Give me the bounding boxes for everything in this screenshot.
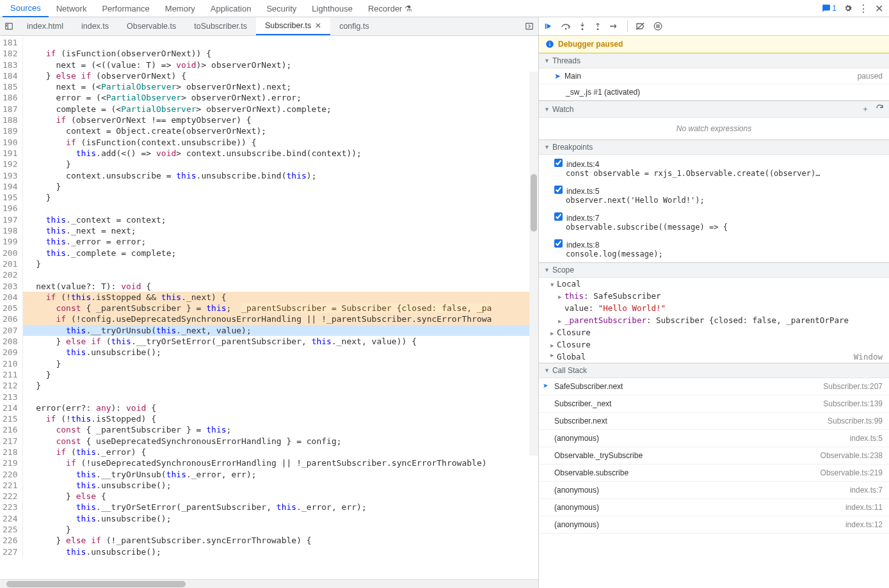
code-line[interactable]: }: [23, 192, 538, 203]
code-line[interactable]: error = (<PartialObserver> observerOrNex…: [23, 92, 538, 103]
code-lines[interactable]: if (isFunction(observerOrNext)) { next =…: [23, 36, 538, 559]
code-line[interactable]: context.unsubscribe = this.unsubscribe.b…: [23, 170, 538, 181]
scope-header[interactable]: ▼ Scope: [539, 262, 889, 278]
scrollbar-thumb[interactable]: [531, 174, 537, 232]
step-over-button[interactable]: [561, 22, 571, 31]
code-line[interactable]: } else {: [23, 491, 538, 502]
breakpoint-checkbox[interactable]: [554, 212, 563, 221]
code-line[interactable]: this.__tryOrSetError(_parentSubscriber, …: [23, 502, 538, 513]
threads-header[interactable]: ▼ Threads: [539, 53, 889, 68]
feedback-button[interactable]: 1: [818, 4, 840, 13]
step-button[interactable]: [609, 22, 620, 31]
scope-global-toggle[interactable]: ▶GlobalWindow: [539, 351, 889, 363]
code-line[interactable]: } else if (this.__tryOrSetError(_parentS…: [23, 336, 538, 347]
code-line[interactable]: [23, 392, 538, 402]
code-line[interactable]: }: [23, 258, 538, 269]
panel-tab-recorder[interactable]: Recorder ⚗: [360, 1, 420, 17]
breakpoint-item[interactable]: index.ts:7observable.subscribe((message)…: [539, 209, 889, 235]
file-tab[interactable]: Observable.ts: [118, 17, 185, 35]
breakpoint-checkbox[interactable]: [554, 186, 563, 194]
scope-var-value[interactable]: value: "Hello World!": [539, 302, 889, 314]
panel-tab-sources[interactable]: Sources: [3, 0, 49, 17]
panel-tab-security[interactable]: Security: [259, 1, 304, 17]
refresh-watch-button[interactable]: [876, 104, 884, 115]
scope-var-this[interactable]: ▶this: SafeSubscriber: [539, 290, 889, 302]
code-line[interactable]: [23, 269, 538, 280]
code-line[interactable]: if (isFunction(observerOrNext)) {: [23, 48, 538, 59]
code-line[interactable]: this.__tryOrUnsub(this._next, value);: [23, 325, 538, 336]
panel-tab-memory[interactable]: Memory: [157, 1, 203, 17]
panel-tab-network[interactable]: Network: [49, 1, 95, 17]
code-line[interactable]: if (observerOrNext !== emptyObserver) {: [23, 115, 538, 125]
code-line[interactable]: this._error = error;: [23, 236, 538, 247]
code-line[interactable]: context = Object.create(observerOrNext);: [23, 125, 538, 136]
navigator-toggle-button[interactable]: [0, 22, 18, 31]
watch-header[interactable]: ▼ Watch ＋: [539, 100, 889, 118]
more-button[interactable]: ⋮: [856, 1, 871, 16]
code-line[interactable]: next = (<PartialObserver> observerOrNext…: [23, 81, 538, 92]
code-line[interactable]: if (!useDeprecatedSynchronousErrorHandli…: [23, 457, 538, 468]
code-line[interactable]: [23, 37, 538, 48]
code-line[interactable]: }: [23, 369, 538, 380]
deactivate-breakpoints-button[interactable]: [636, 22, 646, 31]
close-devtools-button[interactable]: ✕: [871, 1, 886, 16]
panel-tab-application[interactable]: Application: [203, 1, 259, 17]
code-line[interactable]: if (this._error) {: [23, 447, 538, 457]
code-line[interactable]: error(err?: any): void {: [23, 402, 538, 413]
code-editor[interactable]: 1811821831841851861871881891901911921931…: [0, 36, 538, 579]
code-line[interactable]: }: [23, 181, 538, 192]
code-line[interactable]: this.unsubscribe();: [23, 546, 538, 557]
pause-exceptions-button[interactable]: [653, 22, 662, 31]
code-line[interactable]: this.add(<() => void> context.unsubscrib…: [23, 148, 538, 159]
file-tab[interactable]: index.html: [18, 17, 72, 35]
panel-tab-performance[interactable]: Performance: [94, 1, 157, 17]
breakpoint-checkbox[interactable]: [554, 159, 563, 167]
scrollbar-thumb[interactable]: [6, 581, 186, 587]
scope-closure-toggle[interactable]: ▶Closure: [539, 338, 889, 351]
callstack-frame[interactable]: (anonymous)index.ts:11: [539, 499, 889, 516]
callstack-frame[interactable]: (anonymous)index.ts:7: [539, 482, 889, 499]
code-line[interactable]: if (!config.useDeprecatedSynchronousErro…: [23, 314, 538, 324]
code-line[interactable]: }: [23, 524, 538, 535]
code-line[interactable]: }: [23, 380, 538, 391]
breakpoint-checkbox[interactable]: [554, 239, 563, 248]
breakpoint-item[interactable]: index.ts:5observer.next('Hello World!');: [539, 182, 889, 209]
horizontal-scrollbar[interactable]: [0, 579, 538, 588]
code-line[interactable]: if (!this.isStopped && this._next) {: [23, 292, 538, 303]
code-line[interactable]: }: [23, 358, 538, 369]
callstack-frame[interactable]: (anonymous)index.ts:5: [539, 430, 889, 447]
code-line[interactable]: this._context = context;: [23, 214, 538, 225]
code-line[interactable]: if (!this.isStopped) {: [23, 413, 538, 424]
scope-var-parentsubscriber[interactable]: ▶_parentSubscriber: Subscriber {closed: …: [539, 314, 889, 326]
step-out-button[interactable]: [594, 22, 602, 31]
code-line[interactable]: this.unsubscribe();: [23, 347, 538, 358]
callstack-frame[interactable]: Observable._trySubscribeObservable.ts:23…: [539, 447, 889, 465]
code-line[interactable]: this._next = next;: [23, 225, 538, 236]
close-tab-button[interactable]: ✕: [315, 21, 321, 30]
breakpoint-item[interactable]: index.ts:8console.log(message);: [539, 235, 889, 262]
add-watch-button[interactable]: ＋: [861, 104, 869, 115]
callstack-frame[interactable]: Observable.subscribeObservable.ts:219: [539, 465, 889, 482]
callstack-frame[interactable]: Subscriber._nextSubscriber.ts:139: [539, 395, 889, 413]
code-line[interactable]: } else if (observerOrNext) {: [23, 70, 538, 81]
scope-local-toggle[interactable]: ▼Local: [539, 278, 889, 290]
callstack-header[interactable]: ▼ Call Stack: [539, 363, 889, 378]
callstack-frame[interactable]: Subscriber.nextSubscriber.ts:99: [539, 413, 889, 430]
thread-row[interactable]: _sw_.js #1 (activated): [539, 84, 889, 100]
settings-button[interactable]: [840, 1, 856, 16]
code-line[interactable]: this.unsubscribe();: [23, 480, 538, 491]
code-line[interactable]: const { _parentSubscriber } = this;: [23, 424, 538, 435]
breakpoints-header[interactable]: ▼ Breakpoints: [539, 139, 889, 155]
callstack-frame[interactable]: (anonymous)index.ts:12: [539, 516, 889, 534]
panel-tab-lighthouse[interactable]: Lighthouse: [304, 1, 360, 17]
resume-button[interactable]: [544, 22, 553, 31]
vertical-scrollbar[interactable]: [529, 72, 538, 456]
file-tab[interactable]: config.ts: [330, 17, 378, 35]
file-tab[interactable]: Subscriber.ts✕: [256, 17, 330, 35]
code-line[interactable]: this._complete = complete;: [23, 248, 538, 258]
code-line[interactable]: next(value?: T): void {: [23, 281, 538, 292]
more-tabs-button[interactable]: [520, 22, 538, 31]
code-line[interactable]: this.__tryOrUnsub(this._error, err);: [23, 469, 538, 480]
breakpoint-item[interactable]: index.ts:4const observable = rxjs_1.Obse…: [539, 155, 889, 182]
code-line[interactable]: next = (<((value: T) => void)> observerO…: [23, 60, 538, 70]
